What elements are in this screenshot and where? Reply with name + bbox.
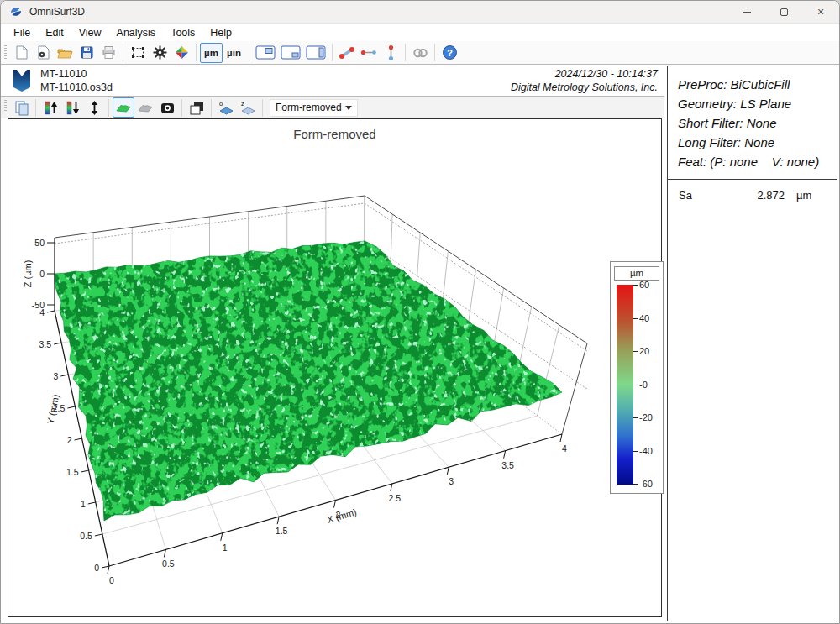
copy-icon	[13, 100, 29, 116]
help-button[interactable]: ?	[438, 43, 460, 63]
menu-analysis[interactable]: Analysis	[109, 25, 164, 40]
surface-view-color-button[interactable]	[113, 97, 134, 118]
menu-help[interactable]: Help	[202, 25, 239, 40]
colorbar-lower-button[interactable]	[61, 97, 83, 118]
menu-view[interactable]: View	[71, 25, 109, 40]
toolbar-grip[interactable]	[4, 100, 7, 115]
toolbar-separator	[405, 44, 406, 61]
measure-profile-button[interactable]	[336, 43, 358, 63]
digital-metrology-logo	[13, 69, 31, 92]
toolbar-separator	[332, 44, 333, 61]
toolbar-separator	[35, 99, 36, 117]
view-toolbar: o z Form-removed	[1, 96, 664, 118]
new-document-icon	[13, 45, 29, 60]
rescale-z-icon	[87, 100, 102, 116]
colorbar-raise-icon	[43, 100, 59, 116]
colorbar-unit: µm	[614, 266, 659, 281]
window-layout-single-button[interactable]	[253, 43, 278, 63]
y-tick-label: 1	[81, 499, 86, 509]
measure-vertical-icon	[383, 45, 399, 61]
window-layout-side-icon	[306, 45, 326, 60]
y-tick-label: 1.5	[66, 467, 79, 477]
print-button[interactable]	[97, 43, 119, 63]
unit-uin-button[interactable]: µin	[223, 43, 245, 63]
document-settings-icon	[35, 45, 51, 60]
dataset-selector[interactable]: Form-removed	[270, 99, 358, 117]
y-tick-label: 2	[67, 435, 72, 445]
minimize-button[interactable]	[728, 1, 765, 23]
marker-z-icon: z	[239, 100, 257, 116]
part-name: MT-11010	[40, 67, 113, 81]
menu-edit[interactable]: Edit	[38, 25, 71, 40]
snapshot-camera-button[interactable]	[156, 97, 178, 118]
new-document-button[interactable]	[10, 43, 32, 63]
window-controls: ×	[728, 1, 839, 23]
x-tick-label: 1	[223, 543, 228, 553]
save-floppy-icon	[79, 45, 95, 60]
app-icon	[9, 5, 23, 18]
window-layout-small-icon	[281, 45, 301, 60]
save-button[interactable]	[76, 43, 97, 63]
measurement-datetime: 2024/12/30 - 10:14:37	[511, 67, 658, 81]
colorbar-tick-label: 20	[639, 347, 661, 356]
x-tick-label: 3.5	[501, 460, 514, 470]
geometry-line: Geometry: LS Plane	[678, 94, 827, 113]
colorbar-tick-label: 60	[639, 281, 661, 290]
document-settings-button[interactable]	[32, 43, 54, 63]
parameter-unit: µm	[796, 189, 815, 202]
select-region-button[interactable]	[127, 43, 149, 63]
marker-z-button[interactable]: z	[237, 97, 259, 118]
measure-vertical-button[interactable]	[380, 43, 402, 63]
maximize-icon	[780, 8, 788, 16]
close-icon: ×	[817, 6, 824, 18]
unit-um-button[interactable]: µm	[200, 43, 223, 63]
settings-gear-button[interactable]	[149, 43, 171, 63]
open-folder-icon	[56, 45, 73, 60]
marker-origin-button[interactable]: o	[215, 97, 237, 118]
link-button[interactable]	[409, 43, 431, 63]
long-filter-line: Long Filter: None	[678, 133, 827, 152]
menu-file[interactable]: File	[6, 25, 38, 40]
results-panel: PreProc: BiCubicFill Geometry: LS Plane …	[667, 66, 837, 621]
overlay-compare-button[interactable]	[186, 97, 207, 118]
z-axis-title: Z (µm)	[23, 260, 33, 288]
help-icon: ?	[442, 45, 458, 60]
main-area: MT-11010 MT-11010.os3d 2024/12/30 - 10:1…	[1, 65, 839, 624]
colorbar-tick-label: -40	[639, 447, 661, 456]
maximize-button[interactable]	[765, 1, 802, 23]
short-filter-line: Short Filter: None	[678, 113, 827, 133]
open-file-button[interactable]	[54, 43, 76, 63]
3d-view-button[interactable]	[171, 43, 192, 63]
toolbar-separator	[211, 99, 212, 117]
menu-tools[interactable]: Tools	[163, 25, 202, 40]
measure-distance-button[interactable]	[358, 43, 380, 63]
z-tick-label: 50	[34, 238, 45, 248]
link-chain-icon	[412, 46, 429, 60]
close-button[interactable]: ×	[802, 1, 839, 23]
window-layout-side-button[interactable]	[303, 43, 328, 63]
document-header: MT-11010 MT-11010.os3d 2024/12/30 - 10:1…	[1, 65, 664, 96]
measure-distance-icon	[360, 45, 377, 60]
surface-view-gray-button[interactable]	[134, 97, 156, 118]
document-names: MT-11010 MT-11010.os3d	[40, 67, 113, 94]
plot-canvas[interactable]: 00.511.522.533.5443.532.521.510.5050-0-5…	[8, 118, 662, 617]
toolbar-separator	[181, 99, 182, 117]
x-tick-label: 0.5	[162, 558, 175, 569]
y-tick-label: 0	[94, 563, 99, 573]
feat-line: Feat: (P: none V: none)	[678, 152, 827, 171]
colorbar-tick-label: -20	[639, 413, 661, 422]
title-bar: OmniSurf3D ×	[1, 1, 839, 24]
svg-text:o: o	[219, 100, 223, 107]
x-tick-label: 1.5	[276, 526, 288, 536]
x-axis-title: X (mm)	[326, 506, 358, 524]
colorbar-raise-button[interactable]	[39, 97, 61, 118]
toolbar-grip[interactable]	[4, 45, 7, 60]
copy-button[interactable]	[10, 97, 32, 118]
parameter-name: Sa	[679, 189, 741, 202]
window-layout-single-icon	[255, 45, 276, 60]
colorbar-gradient	[617, 285, 633, 485]
3d-cube-icon	[174, 45, 190, 60]
rescale-z-button[interactable]	[83, 97, 105, 118]
window-layout-small-button[interactable]	[278, 43, 303, 63]
toolbar-separator	[249, 44, 249, 61]
